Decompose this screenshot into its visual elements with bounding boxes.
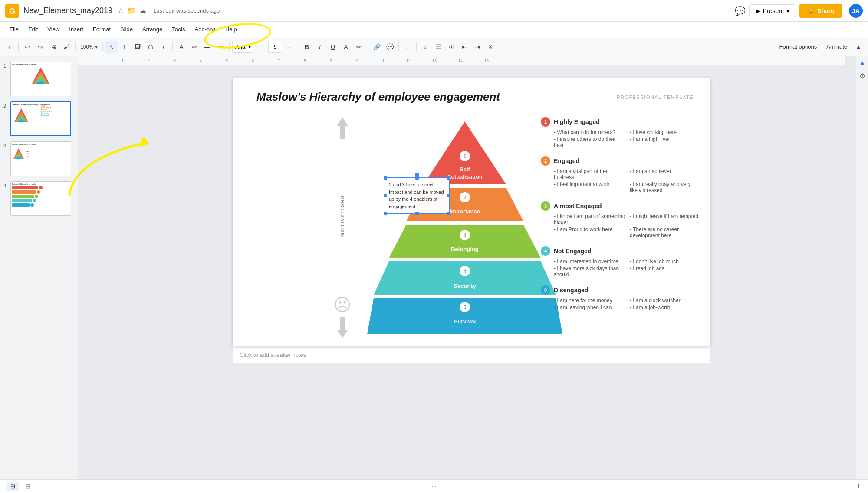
slide-thumb-1[interactable]: 1 Maslow's Hierarchy of needs — [0, 60, 78, 98]
resize-handle-b[interactable] — [415, 212, 419, 215]
share-button[interactable]: 🔒 Share — [799, 4, 842, 18]
slide-num-4: 4 — [3, 181, 10, 188]
legend: 1 Highly Engaged - What can I do for oth… — [541, 117, 701, 318]
annotation-textbox[interactable]: 2 and 3 have a direct Impact and can be … — [385, 177, 450, 214]
resize-handle-bl[interactable] — [384, 212, 387, 215]
collapse-toolbar-button[interactable]: ▲ — [852, 41, 865, 53]
sidebar-settings-icon[interactable]: ⚙ — [859, 72, 865, 80]
slide-panel: 1 Maslow's Hierarchy of needs — [0, 56, 78, 493]
resize-handle-l[interactable] — [384, 194, 387, 197]
text-tool[interactable]: T — [118, 41, 131, 53]
menu-edit[interactable]: Edit — [24, 24, 42, 34]
comments-icon[interactable]: 💬 — [735, 6, 746, 16]
font-family-dropdown[interactable]: Arial ▾ — [232, 41, 254, 53]
toolbar-sep-3 — [102, 42, 103, 51]
highlight-button[interactable]: ✏ — [353, 41, 365, 53]
menu-bar: File Edit View Insert Format Slide Arran… — [0, 22, 868, 37]
present-icon: ▶ — [756, 7, 760, 14]
legend-engaged: 2 Engaged - I am a vital part of the bus… — [541, 156, 701, 193]
fill-color-button[interactable]: A — [175, 41, 187, 53]
slide-thumb-4[interactable]: 4 Maslow's Hierarchy of needs — [0, 180, 78, 218]
menu-help[interactable]: Help — [221, 24, 241, 34]
link-button[interactable]: 🔗 — [371, 41, 383, 53]
add-button[interactable]: + — [3, 41, 16, 53]
speaker-notes[interactable]: Click to add speaker notes — [233, 346, 710, 363]
svg-text:Survival: Survival — [454, 318, 476, 325]
comment-button[interactable]: 💬 — [384, 41, 396, 53]
list-view-button[interactable]: ⊟ — [22, 482, 34, 491]
border-color-button[interactable]: ✏ — [188, 41, 201, 53]
legend-items-5: - I am here for the money - I am a clock… — [541, 297, 701, 310]
resize-handle-br[interactable] — [447, 212, 450, 215]
format-options-button[interactable]: Format options — [775, 42, 822, 52]
svg-marker-17 — [337, 117, 348, 139]
ordered-list-button[interactable]: ① — [445, 41, 457, 53]
italic-button[interactable]: I — [314, 41, 326, 53]
align-button[interactable]: ≡ — [401, 41, 414, 53]
grid-view-button[interactable]: ⊞ — [7, 482, 19, 491]
menu-arrange[interactable]: Arrange — [138, 24, 167, 34]
list-button[interactable]: ☰ — [432, 41, 444, 53]
folder-icon[interactable]: 📁 — [127, 7, 136, 15]
menu-view[interactable]: View — [43, 24, 64, 34]
lock-icon: 🔒 — [807, 7, 815, 14]
animate-button[interactable]: Animate — [822, 42, 852, 52]
svg-text:Actualisation: Actualisation — [447, 173, 483, 180]
speaker-notes-placeholder: Click to add speaker notes — [240, 352, 306, 358]
indent-decrease-button[interactable]: ⇤ — [458, 41, 470, 53]
resize-handle-r[interactable] — [447, 194, 450, 197]
slide-thumb-2[interactable]: 2 Maslow's Hierarchy of employee engagem… — [0, 100, 78, 138]
font-size-increase[interactable]: + — [283, 41, 295, 53]
slide-num-1: 1 — [3, 62, 10, 69]
indent-increase-button[interactable]: ⇥ — [471, 41, 483, 53]
font-color-button[interactable]: A — [340, 41, 352, 53]
sidebar-chat-icon[interactable]: ● — [860, 60, 865, 68]
toolbar-sep-4 — [172, 42, 173, 51]
menu-slide[interactable]: Slide — [116, 24, 137, 34]
print-button[interactable]: 🖨 — [47, 41, 59, 53]
toolbar-sep-7 — [368, 42, 368, 51]
menu-tools[interactable]: Tools — [168, 24, 189, 34]
redo-button[interactable]: ↪ — [34, 41, 46, 53]
resize-handle-t[interactable] — [415, 176, 419, 180]
menu-file[interactable]: File — [5, 24, 23, 34]
undo-button[interactable]: ↩ — [21, 41, 33, 53]
menu-format[interactable]: Format — [89, 24, 115, 34]
cursor-tool[interactable]: ↖ — [105, 41, 118, 53]
font-size-input[interactable]: 9 — [268, 41, 282, 53]
bottom-notes-placeholder: ··· — [432, 483, 436, 490]
image-tool[interactable]: 🖼 — [132, 41, 144, 53]
bold-button[interactable]: B — [301, 41, 313, 53]
svg-text:3: 3 — [464, 232, 467, 238]
bottom-bar: ⊞ ⊟ ··· + — [0, 479, 868, 493]
slide-thumb-3[interactable]: 3 Maslow's Hierarchy of needs ● ● ● — [0, 140, 78, 178]
avatar[interactable]: JA — [849, 4, 863, 18]
cloud-icon[interactable]: ☁ — [139, 7, 146, 15]
paint-format-button[interactable]: 🖌 — [60, 41, 72, 53]
zoom-button[interactable]: 100% ▾ — [78, 41, 100, 53]
menu-insert[interactable]: Insert — [65, 24, 88, 34]
line-tool[interactable]: / — [158, 41, 170, 53]
border-dash-button[interactable]: ⋯ — [214, 41, 227, 53]
slide-canvas[interactable]: Maslow's Hierarchy of employee engagemen… — [233, 78, 710, 346]
legend-title-3: Almost Engaged — [554, 202, 602, 209]
add-slide-button[interactable]: + — [856, 482, 861, 491]
resize-handle-tl[interactable] — [384, 176, 387, 180]
present-button[interactable]: ▶ Present ▾ — [749, 4, 796, 17]
border-weight-button[interactable]: — — [201, 41, 214, 53]
font-size-decrease[interactable]: − — [255, 41, 267, 53]
chevron-down-icon: ▾ — [248, 43, 251, 50]
up-arrow-icon — [336, 117, 349, 139]
shape-tool[interactable]: ⬡ — [145, 41, 157, 53]
legend-title-2: Engaged — [554, 157, 579, 164]
title-divider — [471, 108, 694, 108]
underline-button[interactable]: U — [327, 41, 339, 53]
line-spacing-button[interactable]: ↕ — [419, 41, 431, 53]
resize-handle-tr[interactable] — [447, 176, 450, 180]
toolbar: + ↩ ↪ 🖨 🖌 100% ▾ ↖ T 🖼 ⬡ / A ✏ — ⋯ Arial… — [0, 37, 868, 56]
svg-marker-18 — [337, 317, 348, 338]
legend-dot-5: 0 — [541, 285, 550, 295]
star-icon[interactable]: ☆ — [118, 7, 124, 15]
clear-format-button[interactable]: ✕ — [484, 41, 496, 53]
menu-addons[interactable]: Add-ons — [191, 24, 220, 34]
